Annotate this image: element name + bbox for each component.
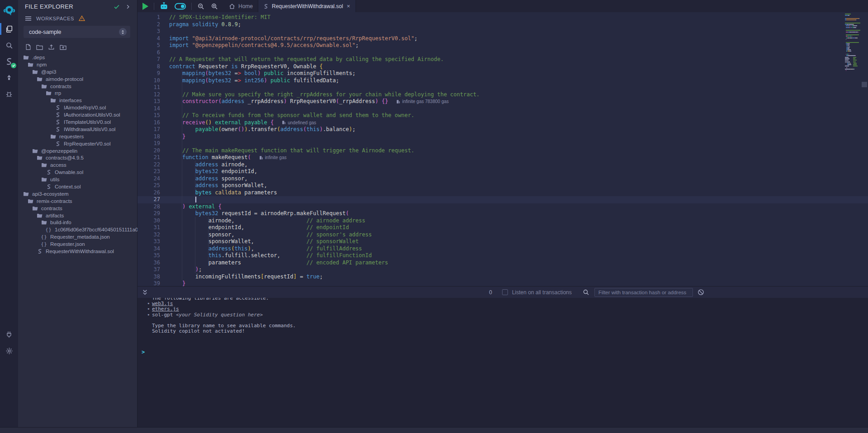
remix-logo[interactable]	[0, 0, 18, 21]
search-icon[interactable]	[0, 37, 18, 53]
code-line[interactable]: 30 airnode, // airnode address	[138, 217, 868, 225]
code-line[interactable]: 15 // To receive funds from the sponsor …	[138, 112, 868, 119]
line-number[interactable]: 16	[138, 119, 160, 127]
tree-item[interactable]: contracts	[18, 205, 137, 212]
tree-item[interactable]: build-info	[18, 219, 137, 226]
tree-item[interactable]: IWithdrawalUtilsV0.sol	[18, 126, 137, 133]
chevron-right-icon[interactable]	[125, 4, 131, 9]
tree-item[interactable]: @openzeppelin	[18, 147, 137, 155]
run-script-button[interactable]	[139, 0, 152, 12]
code-line[interactable]: 25 address sponsorWallet,	[138, 182, 868, 189]
line-number[interactable]: 23	[138, 168, 160, 175]
terminal-prompt[interactable]: >	[142, 349, 145, 355]
line-number[interactable]: 19	[138, 140, 160, 147]
line-number[interactable]: 18	[138, 133, 160, 141]
code-line[interactable]: 14	[138, 105, 868, 113]
terminal[interactable]: The following libraries are accessible:•…	[138, 298, 868, 427]
tab-home[interactable]: Home	[224, 0, 258, 12]
expand-terminal-icon[interactable]	[142, 289, 148, 296]
tree-item[interactable]: utils	[18, 176, 137, 183]
code-line[interactable]: 33 sponsorWallet, // sponsorWallet	[138, 238, 868, 245]
tree-item[interactable]: @api3	[18, 68, 137, 75]
line-number[interactable]: 30	[138, 217, 160, 225]
line-number[interactable]: 32	[138, 231, 160, 239]
plugin-manager-icon[interactable]	[0, 326, 18, 343]
new-file-icon[interactable]	[25, 44, 31, 50]
accept-check-icon[interactable]	[114, 4, 120, 10]
tree-item[interactable]: Context.sol	[18, 183, 137, 190]
code-line[interactable]: 10 mapping(bytes32 => int256) public ful…	[138, 77, 868, 85]
code-line[interactable]: 21 function makeRequest(infinite gas	[138, 154, 868, 161]
line-number[interactable]: 5	[138, 42, 160, 49]
tree-item[interactable]: airnode-protocol	[18, 75, 137, 83]
code-line[interactable]: 24 address sponsor,	[138, 175, 868, 183]
settings-gear-icon[interactable]	[0, 343, 18, 359]
new-folder-icon[interactable]	[36, 44, 43, 50]
line-number[interactable]: 35	[138, 252, 160, 259]
tree-item[interactable]: Ownable.sol	[18, 169, 137, 176]
tree-item[interactable]: RequesterWithWithdrawal.sol	[18, 248, 137, 255]
code-line[interactable]: 37 );	[138, 266, 868, 273]
code-line[interactable]: 1// SPDX-License-Identifier: MIT	[138, 14, 868, 21]
code-line[interactable]: 31 endpointId, // endpointId	[138, 224, 868, 231]
line-number[interactable]: 10	[138, 77, 160, 85]
tree-item[interactable]: remix-contracts	[18, 198, 137, 205]
tree-item[interactable]: interfaces	[18, 97, 137, 104]
line-number[interactable]: 12	[138, 91, 160, 99]
clear-console-icon[interactable]	[697, 289, 704, 296]
minimap[interactable]	[845, 14, 860, 72]
code-line[interactable]: 20 // The main makeRequest function that…	[138, 147, 868, 155]
code-line[interactable]: 34 address(this), // fulfillAddress	[138, 245, 868, 253]
tree-item[interactable]: ITemplateUtilsV0.sol	[18, 118, 137, 126]
solidity-compiler-icon[interactable]	[0, 53, 18, 70]
code-line[interactable]: 22 address airnode,	[138, 161, 868, 169]
debugger-icon[interactable]	[0, 86, 18, 102]
line-number[interactable]: 22	[138, 161, 160, 169]
tree-item[interactable]: {}Requester.json	[18, 240, 137, 248]
line-number[interactable]: 21	[138, 154, 160, 161]
line-number[interactable]: 7	[138, 56, 160, 63]
code-line[interactable]: 38 incomingFulfillments[requestId] = tru…	[138, 273, 868, 281]
tree-item[interactable]: {}1c06f6d06e3f7bccf640450151111a0...	[18, 226, 137, 233]
line-number[interactable]: 1	[138, 14, 160, 21]
code-line[interactable]: 26 bytes calldata parameters	[138, 189, 868, 197]
code-line[interactable]: 29 bytes32 requestId = airnodeRrp.makeFu…	[138, 210, 868, 217]
zoom-in-icon[interactable]	[208, 0, 221, 12]
code-line[interactable]: 11	[138, 84, 868, 91]
line-number[interactable]: 4	[138, 35, 160, 42]
code-line[interactable]: 28 ) external {	[138, 203, 868, 211]
line-number[interactable]: 11	[138, 84, 160, 91]
tree-item[interactable]: RrpRequesterV0.sol	[18, 140, 137, 147]
line-number[interactable]: 38	[138, 273, 160, 281]
tree-item[interactable]: artifacts	[18, 212, 137, 219]
line-number[interactable]: 25	[138, 182, 160, 189]
tree-item[interactable]: npm	[18, 61, 137, 68]
close-tab-icon[interactable]: ×	[346, 3, 351, 9]
line-number[interactable]: 9	[138, 70, 160, 77]
ai-assistant-robot-icon[interactable]	[157, 0, 171, 12]
line-number[interactable]: 24	[138, 175, 160, 183]
zoom-out-icon[interactable]	[194, 0, 208, 12]
upload-folder-icon[interactable]	[60, 44, 66, 50]
code-line[interactable]: 36 parameters // encoded API parameters	[138, 259, 868, 267]
line-number[interactable]: 34	[138, 245, 160, 253]
line-number[interactable]: 33	[138, 238, 160, 245]
scrollbar-thumb[interactable]	[862, 82, 867, 87]
file-explorer-icon[interactable]	[0, 21, 18, 37]
code-line[interactable]: 6	[138, 49, 868, 56]
code-line[interactable]: 27	[138, 196, 868, 203]
line-number[interactable]: 39	[138, 280, 160, 286]
code-line[interactable]: 2pragma solidity 0.8.9;	[138, 21, 868, 28]
tree-item[interactable]: contracts@4.9.5	[18, 154, 137, 161]
copilot-toggle-icon[interactable]	[171, 0, 189, 12]
transaction-filter-input[interactable]	[594, 288, 693, 297]
code-line[interactable]: 18 }	[138, 133, 868, 141]
tab-requesterwithwithdrawal[interactable]: RequesterWithWithdrawal.sol ×	[258, 0, 356, 12]
code-line[interactable]: 32 sponsor, // sponsor's address	[138, 231, 868, 239]
line-number[interactable]: 17	[138, 126, 160, 133]
line-number[interactable]: 27	[138, 196, 160, 203]
code-line[interactable]: 39 }	[138, 280, 868, 286]
terminal-search-icon[interactable]	[583, 289, 589, 296]
line-number[interactable]: 13	[138, 98, 160, 105]
line-number[interactable]: 6	[138, 49, 160, 56]
